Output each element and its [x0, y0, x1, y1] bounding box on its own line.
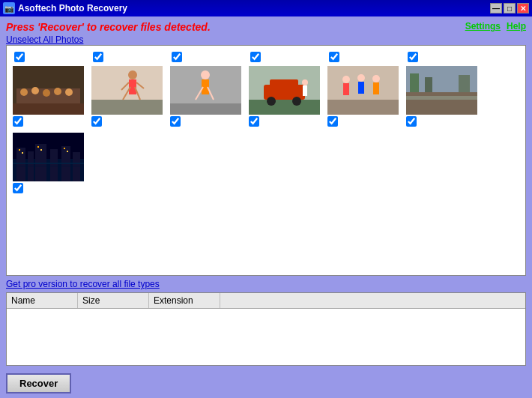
svg-rect-17 — [170, 103, 241, 115]
photo-thumb-2 — [91, 66, 163, 115]
svg-point-18 — [201, 70, 210, 79]
photo-check-4[interactable] — [249, 116, 259, 127]
photo-svg-6 — [406, 66, 477, 115]
photo-svg-4 — [249, 66, 320, 115]
minimize-button[interactable]: — — [490, 3, 502, 13]
photo-svg-5 — [327, 66, 399, 115]
svg-rect-35 — [358, 82, 364, 94]
svg-point-5 — [54, 88, 61, 95]
top-check-4[interactable] — [250, 52, 261, 62]
svg-rect-7 — [13, 103, 84, 115]
svg-rect-42 — [425, 77, 432, 92]
svg-rect-23 — [249, 100, 320, 115]
svg-point-3 — [31, 87, 39, 94]
col-extra — [220, 293, 525, 308]
photo-check-3[interactable] — [170, 116, 181, 127]
svg-rect-60 — [16, 166, 80, 166]
svg-point-36 — [372, 75, 380, 82]
photo-thumb-6 — [406, 66, 477, 115]
photo-item-5 — [327, 66, 399, 127]
svg-rect-55 — [37, 146, 39, 148]
table-body — [7, 309, 525, 365]
svg-point-27 — [292, 97, 301, 106]
close-button[interactable]: ✕ — [517, 3, 529, 13]
photo-item-3 — [170, 66, 241, 127]
app-icon: 📷 — [3, 2, 15, 14]
svg-rect-44 — [406, 96, 477, 100]
photo-item-1 — [13, 66, 84, 127]
photo-row-1 — [13, 66, 519, 127]
svg-rect-25 — [270, 79, 298, 90]
top-message: Press 'Recover' to recover files detecte… — [6, 21, 211, 45]
photo-check-6[interactable] — [406, 116, 417, 127]
photo-item-4 — [249, 66, 320, 127]
photo-svg-7 — [13, 133, 84, 181]
svg-point-34 — [357, 74, 365, 82]
svg-rect-50 — [50, 149, 58, 181]
svg-rect-47 — [16, 148, 25, 181]
titlebar: 📷 Asoftech Photo Recovery — □ ✕ — [0, 0, 532, 16]
bottom-bar: Recover — [6, 370, 526, 394]
photo-thumb-5 — [327, 66, 399, 115]
svg-rect-37 — [373, 82, 379, 94]
svg-point-26 — [267, 97, 276, 106]
svg-rect-9 — [91, 100, 163, 115]
recover-button[interactable]: Recover — [6, 373, 71, 394]
svg-point-32 — [342, 76, 350, 83]
photo-thumb-7 — [13, 133, 84, 181]
col-size: Size — [78, 293, 149, 308]
photo-check-1[interactable] — [13, 116, 23, 127]
photo-thumb-1 — [13, 66, 84, 115]
photo-svg-3 — [170, 66, 241, 115]
col-name: Name — [7, 293, 78, 308]
menubar: Settings Help — [465, 21, 526, 31]
photo-thumb-4 — [249, 66, 320, 115]
window-title: Asoftech Photo Recovery — [18, 3, 127, 13]
photo-item-7 — [13, 133, 84, 193]
col-extension: Extension — [149, 293, 220, 308]
svg-rect-54 — [22, 152, 23, 154]
photo-check-5[interactable] — [327, 116, 338, 127]
photo-item-6 — [406, 66, 477, 127]
top-check-6[interactable] — [408, 52, 418, 62]
svg-rect-43 — [459, 75, 470, 92]
settings-menu[interactable]: Settings — [465, 21, 501, 31]
photo-grid-scroll[interactable] — [7, 46, 525, 275]
svg-rect-57 — [64, 148, 65, 149]
svg-rect-56 — [40, 149, 42, 151]
svg-rect-41 — [410, 73, 419, 92]
photo-svg-1 — [13, 66, 84, 115]
help-menu[interactable]: Help — [507, 21, 526, 31]
window-body: Press 'Recover' to recover files detecte… — [0, 16, 532, 398]
photo-svg-2 — [91, 66, 163, 115]
file-table-wrapper: Name Size Extension — [6, 292, 526, 366]
table-header: Name Size Extension — [7, 293, 525, 309]
svg-rect-31 — [327, 100, 399, 115]
window-controls: — □ ✕ — [490, 3, 529, 13]
top-check-1[interactable] — [14, 52, 25, 62]
top-check-2[interactable] — [93, 52, 103, 62]
svg-rect-59 — [13, 163, 84, 164]
svg-point-4 — [43, 89, 50, 97]
svg-point-28 — [302, 79, 308, 85]
svg-rect-52 — [73, 152, 80, 181]
unselect-all-link[interactable]: Unselect All Photos — [6, 34, 83, 45]
photo-check-7[interactable] — [13, 183, 23, 193]
top-check-5[interactable] — [329, 52, 339, 62]
pro-version-link[interactable]: Get pro version to recover all file type… — [6, 279, 526, 289]
svg-rect-58 — [67, 151, 68, 152]
svg-point-6 — [65, 88, 73, 96]
photo-check-2[interactable] — [91, 116, 102, 127]
svg-rect-53 — [19, 149, 20, 151]
maximize-button[interactable]: □ — [504, 3, 516, 13]
top-check-3[interactable] — [172, 52, 182, 62]
titlebar-left: 📷 Asoftech Photo Recovery — [3, 2, 127, 14]
svg-point-10 — [128, 70, 137, 79]
svg-point-2 — [20, 88, 28, 96]
svg-rect-33 — [343, 83, 349, 95]
svg-rect-40 — [406, 92, 477, 115]
photo-row-2 — [13, 133, 519, 193]
photo-thumb-3 — [170, 66, 241, 115]
svg-rect-29 — [303, 85, 307, 96]
photo-grid-container — [6, 45, 526, 276]
